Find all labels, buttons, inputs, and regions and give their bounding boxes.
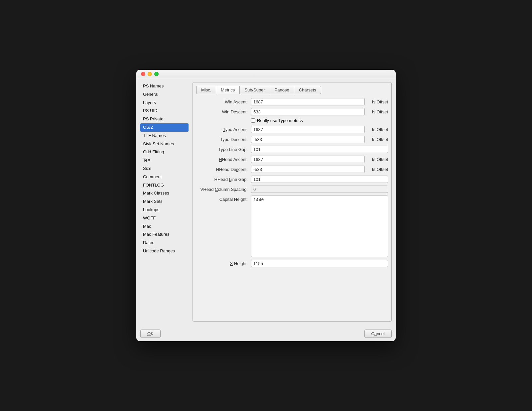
sidebar-item-styleset-names[interactable]: StyleSet Names xyxy=(140,140,189,148)
sidebar-item-fontlog[interactable]: FONTLOG xyxy=(140,181,189,190)
tab-misc[interactable]: Misc. xyxy=(196,86,216,94)
form-row: Typo Descent:Is Offset xyxy=(196,136,388,143)
sidebar-item-mark-classes[interactable]: Mark Classes xyxy=(140,189,189,198)
footer: OK Cancel xyxy=(136,326,396,341)
sidebar-item-layers[interactable]: Layers xyxy=(140,99,189,107)
is-offset-label: Is Offset xyxy=(365,167,388,172)
form-row: Win Ascent:Is Offset xyxy=(196,98,388,105)
sidebar-item-unicode-ranges[interactable]: Unicode Ranges xyxy=(140,247,189,255)
form-row: VHead Column Spacing: xyxy=(196,186,388,193)
titlebar xyxy=(136,70,396,78)
really-use-typo-checkbox[interactable] xyxy=(251,118,255,123)
sidebar-item-dates[interactable]: Dates xyxy=(140,239,189,247)
close-button[interactable] xyxy=(141,72,145,76)
minimize-button[interactable] xyxy=(148,72,152,76)
text-input[interactable] xyxy=(251,98,365,105)
maximize-button[interactable] xyxy=(154,72,159,76)
traffic-lights xyxy=(141,72,159,76)
sidebar-item-ttf-names[interactable]: TTF Names xyxy=(140,132,189,140)
text-input[interactable] xyxy=(251,186,388,193)
tab-subsuper[interactable]: Sub/Super xyxy=(239,86,270,94)
sidebar-item-size[interactable]: Size xyxy=(140,165,189,173)
text-input[interactable] xyxy=(251,136,365,143)
sidebar-item-mark-sets[interactable]: Mark Sets xyxy=(140,198,189,206)
text-input[interactable] xyxy=(251,146,388,153)
form-row: Win Descent:Is Offset xyxy=(196,108,388,115)
sidebar-item-woff[interactable]: WOFF xyxy=(140,214,189,222)
form-row: X Height: xyxy=(196,260,388,267)
text-input[interactable] xyxy=(251,156,365,163)
is-offset-label: Is Offset xyxy=(365,127,388,132)
is-offset-label: Is Offset xyxy=(365,109,388,114)
really-use-typo-row: Really use Typo metrics xyxy=(196,118,388,123)
sidebar: PS NamesGeneralLayersPS UIDPS PrivateOS/… xyxy=(140,82,189,322)
tab-metrics[interactable]: Metrics xyxy=(216,86,240,94)
sidebar-item-mac-features[interactable]: Mac Features xyxy=(140,230,189,239)
form-row: Typo Line Gap: xyxy=(196,146,388,153)
sidebar-item-os2[interactable]: OS/2 xyxy=(140,123,189,132)
ok-button[interactable]: OK xyxy=(140,330,161,338)
sidebar-item-general[interactable]: General xyxy=(140,90,189,99)
is-offset-label: Is Offset xyxy=(365,157,388,162)
sidebar-item-grid-fitting[interactable]: Grid Fitting xyxy=(140,148,189,156)
text-input[interactable] xyxy=(251,108,365,115)
form-row: HHead Line Gap: xyxy=(196,176,388,183)
text-input[interactable] xyxy=(251,176,388,183)
main-window: PS NamesGeneralLayersPS UIDPS PrivateOS/… xyxy=(136,70,396,341)
text-input[interactable] xyxy=(251,260,388,267)
is-offset-label: Is Offset xyxy=(365,137,388,142)
cancel-button[interactable]: Cancel xyxy=(364,330,392,338)
sidebar-item-ps-uid[interactable]: PS UID xyxy=(140,107,189,115)
form-area: Win Ascent:Is OffsetWin Descent:Is Offse… xyxy=(196,98,388,267)
form-row: Typo Ascent:Is Offset xyxy=(196,126,388,133)
really-use-typo-label: Really use Typo metrics xyxy=(257,118,303,123)
is-offset-label: Is Offset xyxy=(365,99,388,104)
capital-height-row: Capital Height: xyxy=(196,196,388,257)
form-row: HHead Ascent:Is Offset xyxy=(196,156,388,163)
tabs-container: Misc.MetricsSub/SuperPanoseCharsets xyxy=(196,86,388,94)
sidebar-item-lookups[interactable]: Lookups xyxy=(140,206,189,214)
tab-panose[interactable]: Panose xyxy=(270,86,294,94)
capital-height-input[interactable] xyxy=(251,196,388,257)
sidebar-item-mac[interactable]: Mac xyxy=(140,222,189,231)
tab-charsets[interactable]: Charsets xyxy=(294,86,321,94)
sidebar-item-ps-names[interactable]: PS Names xyxy=(140,82,189,90)
window-body: PS NamesGeneralLayersPS UIDPS PrivateOS/… xyxy=(136,78,396,326)
text-input[interactable] xyxy=(251,126,365,133)
sidebar-item-tex[interactable]: TeX xyxy=(140,156,189,165)
form-row: HHead Descent:Is Offset xyxy=(196,166,388,173)
sidebar-item-ps-private[interactable]: PS Private xyxy=(140,115,189,123)
main-content: Misc.MetricsSub/SuperPanoseCharsets Win … xyxy=(193,82,392,322)
text-input[interactable] xyxy=(251,166,365,173)
capital-height-label: Capital Height: xyxy=(196,196,251,202)
sidebar-item-comment[interactable]: Comment xyxy=(140,173,189,181)
